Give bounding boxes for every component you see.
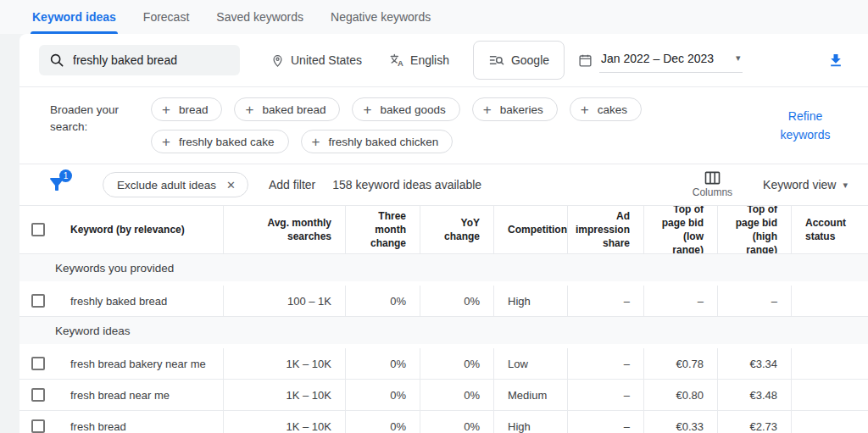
columns-icon: [704, 171, 721, 185]
cell-avg-monthly-searches: 1K – 10K: [223, 380, 345, 410]
search-icon: [49, 53, 64, 68]
cell-yoy-change: 0%: [420, 286, 493, 316]
row-checkbox[interactable]: [31, 294, 45, 308]
keyword-ideas-panel: United States A English Google Jan: [19, 34, 868, 433]
tab-keyword-ideas[interactable]: Keyword ideas: [31, 0, 118, 34]
column-header-top-of-page-bid-low[interactable]: Top of page bid (low range): [643, 206, 717, 253]
table-body: Keywords you providedfreshly baked bread…: [19, 254, 868, 433]
cell-three-month-change: 0%: [345, 380, 420, 410]
table-row: fresh bread near me1K – 10K0%0%Medium–€0…: [19, 380, 868, 411]
chip-label: freshly baked chicken: [328, 136, 438, 148]
keyword-search-box[interactable]: [39, 45, 240, 75]
row-checkbox[interactable]: [31, 388, 45, 402]
plus-icon: +: [363, 103, 371, 117]
add-filter-button[interactable]: Add filter: [269, 178, 315, 192]
table-row: fresh bread bakery near me1K – 10K0%0%Lo…: [19, 348, 868, 380]
translate-icon: A: [389, 53, 404, 68]
table-header-row: Keyword (by relevance) Avg. monthly sear…: [19, 206, 868, 254]
filter-bar: 1 Exclude adult ideas ✕ Add filter 158 k…: [19, 164, 868, 206]
cell-competition: Low: [493, 348, 567, 379]
column-header-competition[interactable]: Competition: [493, 206, 567, 253]
column-header-account-status[interactable]: Account status: [791, 206, 868, 253]
column-header-avg-monthly-searches[interactable]: Avg. monthly searches: [223, 206, 345, 253]
download-button[interactable]: [827, 52, 844, 69]
columns-button[interactable]: Columns: [693, 171, 732, 198]
section-header: Keyword ideas: [19, 317, 868, 344]
location-label: United States: [291, 53, 362, 67]
download-icon: [827, 52, 844, 69]
calendar-icon: [578, 53, 593, 68]
column-header-three-month-change[interactable]: Three month change: [345, 206, 420, 253]
plus-icon: +: [581, 103, 589, 117]
cell-yoy-change: 0%: [420, 348, 493, 379]
cell-yoy-change: 0%: [420, 380, 493, 410]
refine-keywords-link[interactable]: Refine keywords: [766, 107, 844, 145]
plus-icon: +: [245, 103, 253, 117]
row-checkbox[interactable]: [31, 357, 45, 370]
row-checkbox-cell: [19, 286, 57, 316]
date-range-label: Jan 2022 – Dec 2023: [601, 52, 714, 65]
tab-bar: Keyword ideas Forecast Saved keywords Ne…: [0, 0, 868, 34]
cell-yoy-change: 0%: [420, 411, 493, 433]
broaden-search-label: Broaden your search:: [50, 97, 139, 153]
chip-label: bread: [179, 103, 209, 116]
cell-top-of-page-bid-low: –: [643, 286, 717, 316]
network-selector[interactable]: Google: [473, 41, 565, 80]
cell-keyword: fresh bread bakery near me: [57, 348, 223, 379]
add-keyword-chip[interactable]: +baked bread: [234, 97, 340, 121]
row-checkbox-cell: [19, 380, 57, 410]
cell-three-month-change: 0%: [345, 286, 420, 316]
language-label: English: [410, 53, 449, 67]
filter-count-badge: 1: [59, 169, 72, 182]
location-pin-icon: [270, 53, 285, 68]
cell-competition: High: [493, 411, 567, 433]
table-row: fresh bread1K – 10K0%0%High–€0.33€2.73: [19, 411, 868, 433]
language-selector[interactable]: A English: [389, 53, 449, 68]
column-header-yoy-change[interactable]: YoY change: [420, 206, 493, 253]
chevron-down-icon: ▾: [736, 53, 741, 64]
add-keyword-chip[interactable]: +baked goods: [352, 97, 459, 121]
select-all-checkbox[interactable]: [31, 223, 45, 236]
cell-account-status: [791, 411, 868, 433]
add-keyword-chip[interactable]: +bakeries: [472, 97, 558, 121]
tab-negative-keywords[interactable]: Negative keywords: [329, 0, 432, 34]
add-keyword-chip[interactable]: +cakes: [570, 97, 642, 121]
view-selector[interactable]: Keyword view ▾: [763, 178, 848, 192]
filter-button[interactable]: 1: [47, 174, 69, 196]
keyword-planner-screen: Keyword ideas Forecast Saved keywords Ne…: [0, 0, 868, 34]
cell-top-of-page-bid-high: €2.73: [717, 411, 791, 433]
cell-top-of-page-bid-low: €0.80: [643, 380, 717, 410]
cell-top-of-page-bid-high: €3.48: [717, 380, 791, 410]
search-input[interactable]: [73, 53, 230, 67]
location-selector[interactable]: United States: [270, 53, 362, 68]
results-count-text: 158 keyword ideas available: [332, 178, 481, 192]
chip-label: baked goods: [380, 103, 445, 116]
active-filter-chip[interactable]: Exclude adult ideas ✕: [103, 172, 248, 197]
cell-account-status: [791, 380, 868, 410]
row-checkbox[interactable]: [31, 419, 45, 433]
tab-forecast[interactable]: Forecast: [142, 0, 191, 34]
cell-top-of-page-bid-low: €0.78: [643, 348, 717, 379]
cell-top-of-page-bid-high: –: [717, 286, 791, 316]
plus-icon: +: [312, 135, 320, 149]
row-checkbox-cell: [19, 411, 57, 433]
broaden-search-section: Broaden your search: +bread+baked bread+…: [19, 87, 868, 164]
remove-filter-icon[interactable]: ✕: [226, 179, 236, 192]
column-header-top-of-page-bid-high[interactable]: Top of page bid (high range): [717, 206, 791, 253]
tab-saved-keywords[interactable]: Saved keywords: [214, 0, 305, 34]
plus-icon: +: [162, 103, 170, 117]
add-keyword-chip[interactable]: +bread: [151, 97, 222, 121]
cell-top-of-page-bid-low: €0.33: [643, 411, 717, 433]
column-header-ad-impression-share[interactable]: Ad impression share: [567, 206, 643, 253]
date-range-selector[interactable]: Jan 2022 – Dec 2023 ▾: [578, 48, 743, 73]
suggested-keyword-chips: +bread+baked bread+baked goods+bakeries+…: [151, 97, 761, 153]
cell-three-month-change: 0%: [345, 411, 420, 433]
add-keyword-chip[interactable]: +freshly baked chicken: [301, 130, 453, 153]
svg-text:A: A: [398, 58, 403, 68]
plus-icon: +: [483, 103, 492, 117]
column-header-keyword[interactable]: Keyword (by relevance): [57, 206, 223, 253]
add-keyword-chip[interactable]: +freshly baked cake: [151, 130, 289, 153]
filter-chip-label: Exclude adult ideas: [117, 179, 216, 192]
cell-competition: High: [493, 286, 567, 316]
columns-label: Columns: [693, 186, 732, 198]
